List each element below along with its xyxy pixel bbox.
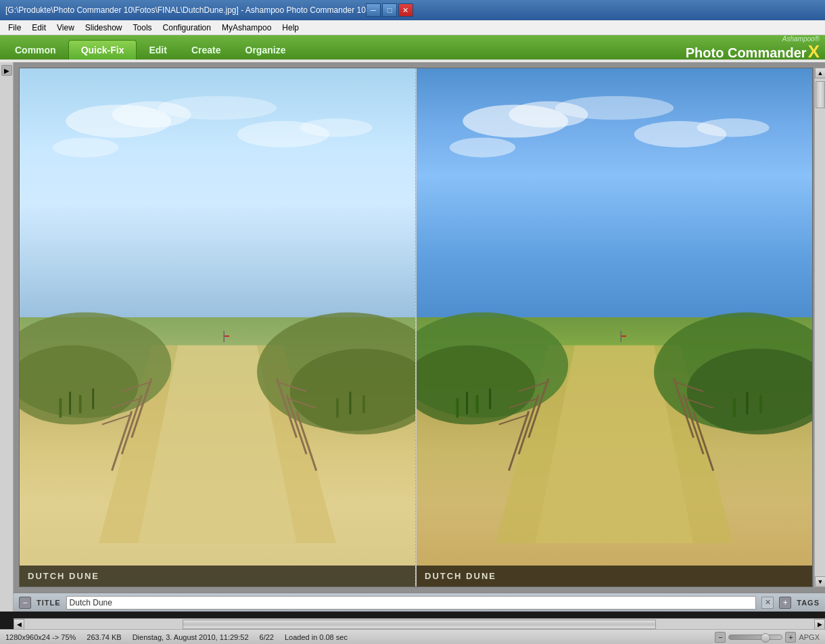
scroll-right-button[interactable]: ▶ [814, 619, 825, 630]
load-time: Loaded in 0.08 sec [285, 633, 348, 641]
tabbar: Common Quick-Fix Edit Create Organize As… [0, 35, 825, 60]
menu-configuration[interactable]: Configuration [158, 22, 216, 34]
left-sidebar: ▶ [0, 62, 14, 612]
tab-organize[interactable]: Organize [233, 41, 298, 60]
title-clear-button[interactable]: ✕ [761, 597, 774, 609]
menu-slideshow[interactable]: Slideshow [80, 22, 128, 34]
scroll-left-button[interactable]: ◀ [14, 619, 24, 630]
hscroll-thumb[interactable] [183, 620, 657, 629]
ground-right [417, 317, 812, 586]
menu-view[interactable]: View [51, 22, 80, 34]
zoom-label: APGX [799, 633, 820, 641]
sky-left [20, 68, 415, 338]
title-label: TITLE [37, 599, 61, 607]
title-collapse-button[interactable]: − [19, 597, 31, 609]
scroll-track-v[interactable] [815, 78, 825, 576]
image-dimensions: 1280x960x24 -> 75% [5, 633, 76, 641]
left-panel-caption: DUTCH DUNE [20, 566, 415, 586]
tab-common[interactable]: Common [3, 41, 68, 60]
vertical-scrollbar[interactable]: ▲ ▼ [814, 68, 825, 587]
sky-right [417, 68, 812, 338]
maximize-button[interactable]: □ [382, 3, 397, 17]
title-input[interactable] [66, 596, 757, 610]
zoom-slider[interactable] [728, 635, 782, 640]
right-panel-caption: DUTCH DUNE [417, 566, 812, 586]
zoom-in-button[interactable]: + [785, 632, 796, 643]
zoom-out-button[interactable]: − [715, 632, 726, 643]
zoom-controls: − + APGX [715, 632, 820, 643]
horizontal-scrollbar[interactable]: ◀ ▶ [14, 618, 825, 629]
titlebar: [G:\Produkte\Photo Commander 10\Fotos\FI… [0, 0, 825, 20]
main-content: ▲ ▼ [14, 62, 825, 612]
image-area[interactable]: ▲ ▼ [14, 62, 825, 593]
scroll-down-button[interactable]: ▼ [815, 576, 825, 587]
ground-left [20, 317, 415, 586]
image-panel-left[interactable]: DUTCH DUNE [20, 68, 415, 586]
beach-image-left: DUTCH DUNE [20, 68, 415, 586]
menu-myashampoo[interactable]: MyAshampoo [216, 22, 277, 34]
menu-tools[interactable]: Tools [128, 22, 158, 34]
menu-edit[interactable]: Edit [26, 22, 51, 34]
sidebar-expand-button[interactable]: ▶ [1, 65, 12, 76]
image-panel-right[interactable]: DUTCH DUNE [417, 68, 812, 586]
menubar: File Edit View Slideshow Tools Configura… [0, 20, 825, 35]
minimize-button[interactable]: ─ [366, 3, 381, 17]
tags-label: TAGS [797, 599, 820, 607]
menu-file[interactable]: File [3, 22, 26, 34]
tab-create[interactable]: Create [179, 41, 233, 60]
title-bar-bottom: − TITLE ✕ + TAGS [14, 593, 825, 612]
datetime: Dienstag, 3. August 2010, 11:29:52 [133, 633, 249, 641]
zoom-thumb[interactable] [761, 633, 770, 643]
title-text: [G:\Produkte\Photo Commander 10\Fotos\FI… [5, 5, 366, 15]
version-label: X [808, 43, 820, 60]
hscroll-track[interactable] [24, 619, 814, 630]
beach-image-right: DUTCH DUNE [417, 68, 812, 586]
image-position: 6/22 [260, 633, 274, 641]
statusbar: 1280x960x24 -> 75% 263.74 KB Dienstag, 3… [0, 629, 825, 644]
tab-edit[interactable]: Edit [137, 41, 179, 60]
file-size: 263.74 KB [87, 633, 121, 641]
scroll-thumb-v[interactable] [816, 81, 825, 108]
title-add-button[interactable]: + [779, 597, 791, 609]
window-controls: ─ □ ✕ [366, 3, 413, 17]
tab-quickfix[interactable]: Quick-Fix [68, 40, 137, 60]
close-button[interactable]: ✕ [398, 3, 413, 17]
split-view: DUTCH DUNE [19, 68, 813, 587]
menu-help[interactable]: Help [277, 22, 304, 34]
scroll-up-button[interactable]: ▲ [815, 68, 825, 78]
app-logo: Ashampoo® Photo Commander X [686, 35, 820, 60]
product-name: Photo Commander [686, 46, 807, 60]
